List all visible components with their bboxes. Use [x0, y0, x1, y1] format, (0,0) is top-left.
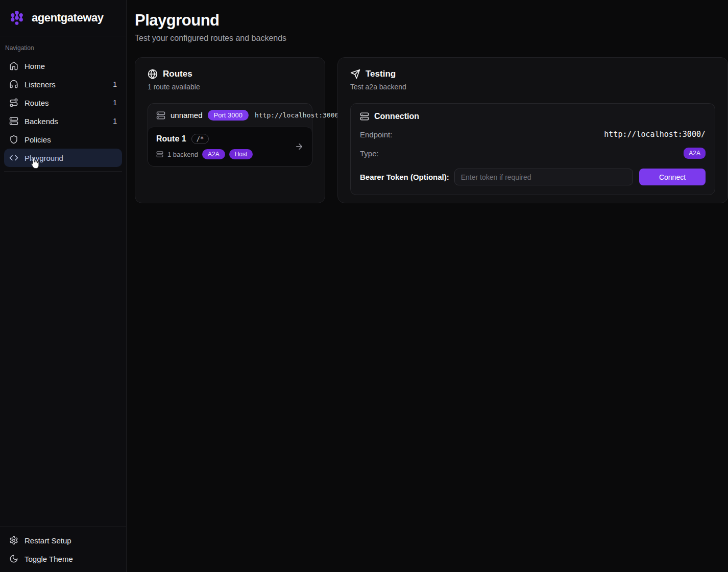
type-label: Type:: [360, 149, 379, 158]
sidebar-item-count: 1: [113, 80, 117, 88]
testing-card-header: Testing: [350, 69, 715, 79]
server-icon: [360, 112, 369, 121]
backend-count: 1 backend: [167, 151, 198, 158]
type-row: Type: A2A: [360, 148, 706, 159]
sidebar-nav: Navigation Home Listeners 1 Routes 1: [0, 36, 126, 527]
nav-section-label: Navigation: [4, 41, 122, 57]
endpoint-label: Endpoint:: [360, 130, 392, 139]
restart-setup-label: Restart Setup: [25, 536, 71, 545]
endpoint-row: Endpoint: http://localhost:3000/: [360, 130, 706, 139]
route-list-item[interactable]: Route 1 /* 1 backend A2A Host: [148, 127, 312, 166]
server-icon: [156, 151, 163, 158]
listener-group: unnamed Port 3000 http://localhost:3000/…: [148, 103, 312, 166]
main-content: Playground Test your configured routes a…: [127, 0, 728, 572]
routes-card: Routes 1 route available unnamed Port 30…: [135, 57, 325, 203]
arrow-right-icon[interactable]: [295, 142, 304, 151]
server-icon: [9, 116, 18, 126]
home-icon: [9, 61, 18, 70]
route-title-row: Route 1 /*: [156, 134, 304, 144]
endpoint-value: http://localhost:3000/: [604, 130, 706, 139]
testing-card-title: Testing: [366, 69, 396, 79]
sidebar-footer: Restart Setup Toggle Theme: [0, 527, 126, 572]
sidebar-item-label: Routes: [25, 99, 49, 107]
testing-card-subtitle: Test a2a backend: [350, 83, 715, 91]
route-badge-host: Host: [229, 149, 253, 159]
sidebar-item-routes[interactable]: Routes 1: [4, 93, 122, 112]
app-logo: agentgateway: [0, 0, 126, 36]
connection-title: Connection: [374, 112, 419, 121]
headphones-icon: [9, 80, 18, 89]
sidebar: agentgateway Navigation Home Listeners 1…: [0, 0, 127, 572]
type-badge: A2A: [684, 148, 706, 159]
route-icon: [9, 98, 18, 107]
cards-row: Routes 1 route available unnamed Port 30…: [135, 57, 728, 203]
toggle-theme-button[interactable]: Toggle Theme: [4, 550, 122, 568]
routes-card-header: Routes: [148, 69, 312, 79]
toggle-theme-label: Toggle Theme: [25, 555, 73, 563]
connection-panel: Connection Endpoint: http://localhost:30…: [350, 103, 715, 195]
sidebar-item-label: Playground: [25, 154, 63, 162]
listener-name: unnamed: [171, 111, 203, 120]
bearer-token-row: Bearer Token (Optional): Connect: [360, 169, 706, 185]
sidebar-item-backends[interactable]: Backends 1: [4, 112, 122, 130]
connection-header: Connection: [360, 112, 706, 121]
server-icon: [156, 111, 165, 120]
globe-icon: [148, 69, 158, 79]
moon-icon: [9, 554, 18, 563]
sidebar-item-policies[interactable]: Policies: [4, 130, 122, 149]
bearer-token-input[interactable]: [454, 169, 633, 185]
port-badge: Port 3000: [208, 110, 249, 121]
route-name: Route 1: [156, 134, 186, 144]
connect-button[interactable]: Connect: [639, 169, 706, 185]
route-meta-row: 1 backend A2A Host: [156, 149, 304, 159]
routes-card-subtitle: 1 route available: [148, 83, 312, 91]
sidebar-item-listeners[interactable]: Listeners 1: [4, 75, 122, 93]
sidebar-item-label: Backends: [25, 117, 58, 126]
sidebar-item-label: Policies: [25, 135, 51, 144]
sidebar-item-label: Home: [25, 62, 45, 70]
sidebar-item-count: 1: [113, 99, 117, 107]
nav-divider: [4, 171, 122, 172]
listener-url: http://localhost:3000/: [255, 111, 343, 119]
agentgateway-logo-icon: [7, 8, 27, 28]
sidebar-item-count: 1: [113, 117, 117, 125]
shield-icon: [9, 135, 18, 144]
restart-setup-button[interactable]: Restart Setup: [4, 531, 122, 550]
listener-header: unnamed Port 3000 http://localhost:3000/: [148, 104, 312, 127]
app-name: agentgateway: [32, 11, 104, 25]
bearer-token-label: Bearer Token (Optional):: [360, 173, 449, 181]
page-title: Playground: [135, 11, 728, 30]
sidebar-item-home[interactable]: Home: [4, 57, 122, 75]
send-icon: [350, 69, 360, 79]
route-badge-a2a: A2A: [202, 149, 225, 159]
testing-card: Testing Test a2a backend Connection Endp…: [337, 57, 728, 203]
page-subtitle: Test your configured routes and backends: [135, 34, 728, 43]
sidebar-item-playground[interactable]: Playground: [4, 149, 122, 167]
routes-card-title: Routes: [163, 69, 192, 79]
route-path-badge: /*: [191, 134, 209, 144]
code-icon: [9, 153, 18, 162]
gear-icon: [9, 536, 18, 545]
sidebar-item-label: Listeners: [25, 80, 56, 89]
